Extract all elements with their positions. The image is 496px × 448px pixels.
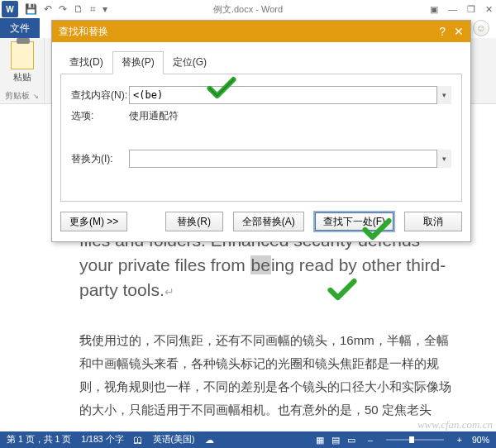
find-replace-dialog: 查找和替换 ? ✕ 查找(D) 替换(P) 定位(G) 查找内容(N): ▾ 选…	[51, 20, 471, 242]
group-launcher-icon[interactable]: ↘	[33, 93, 39, 100]
replace-with-label: 替换为(I):	[71, 152, 129, 166]
restore-icon[interactable]: ❐	[467, 4, 475, 15]
print-layout-icon[interactable]: ▤	[331, 435, 340, 445]
minimize-icon[interactable]: —	[448, 4, 457, 15]
ribbon-options-icon[interactable]: ▣	[430, 4, 438, 15]
new-doc-icon[interactable]: 🗋	[74, 3, 83, 15]
cancel-button[interactable]: 取消	[404, 212, 462, 231]
status-word-count[interactable]: 1/183 个字	[81, 434, 123, 446]
table-icon[interactable]: ⌗	[90, 3, 96, 15]
feedback-smiley-icon[interactable]: ☺	[473, 20, 489, 36]
paste-button[interactable]: 粘贴	[11, 41, 34, 83]
paste-label: 粘贴	[13, 71, 31, 83]
read-mode-icon[interactable]: ▦	[316, 435, 324, 445]
zoom-value[interactable]: 90%	[472, 435, 489, 445]
find-dropdown-icon[interactable]: ▾	[436, 86, 451, 104]
dialog-close-icon[interactable]: ✕	[454, 25, 464, 38]
dialog-titlebar[interactable]: 查找和替换 ? ✕	[52, 21, 470, 42]
file-tab[interactable]: 文件	[0, 18, 40, 38]
status-page[interactable]: 第 1 页，共 1 页	[7, 434, 71, 446]
zoom-out-icon[interactable]: –	[368, 435, 373, 445]
zoom-in-icon[interactable]: +	[457, 435, 462, 445]
clipboard-group: 粘贴 剪贴板 ↘	[0, 38, 45, 103]
app-icon: W	[2, 1, 18, 17]
proofing-icon[interactable]: 🕮	[134, 435, 143, 445]
dialog-tabs: 查找(D) 替换(P) 定位(G)	[60, 50, 462, 74]
zoom-slider[interactable]	[386, 439, 444, 441]
quick-access-toolbar: 💾 ↶ ↷ 🗋 ⌗ ▾	[25, 3, 107, 15]
window-controls: ▣ — ❐ ✕	[430, 4, 493, 15]
replace-button[interactable]: 替换(R)	[165, 212, 223, 231]
options-label: 选项:	[71, 109, 129, 123]
paste-icon	[11, 41, 34, 69]
dialog-title-text: 查找和替换	[59, 25, 108, 39]
options-value: 使用通配符	[129, 109, 179, 123]
tab-find[interactable]: 查找(D)	[60, 51, 112, 74]
dialog-help-icon[interactable]: ?	[439, 25, 446, 38]
clipboard-caption: 剪贴板	[5, 90, 30, 102]
find-what-input[interactable]	[129, 86, 451, 104]
para2: 我使用过的，不同焦距，还有不同画幅的镜头，16mm，半幅，全幅和中画幅镜头来看，…	[79, 329, 456, 422]
replace-tabpage: 查找内容(N): ▾ 选项: 使用通配符 替换为(I): ▾	[60, 74, 462, 202]
ime-icon[interactable]: ☁	[205, 435, 214, 445]
undo-icon[interactable]: ↶	[44, 3, 52, 15]
pilcrow-icon: ↵	[165, 285, 174, 298]
replace-dropdown-icon[interactable]: ▾	[436, 150, 451, 168]
qat-dropdown-icon[interactable]: ▾	[103, 3, 107, 15]
replace-with-input[interactable]	[129, 150, 451, 168]
redo-icon[interactable]: ↷	[59, 3, 67, 15]
title-bar: W 💾 ↶ ↷ 🗋 ⌗ ▾ 例文.docx - Word ▣ — ❐ ✕	[0, 0, 496, 18]
document-title: 例文.docx - Word	[213, 3, 283, 16]
tab-replace[interactable]: 替换(P)	[112, 51, 164, 74]
document-text: files and folders. Enhanced security def…	[79, 228, 456, 422]
view-buttons: ▦ ▤ ▭	[313, 435, 358, 445]
more-button[interactable]: 更多(M) >>	[60, 212, 127, 231]
watermark: www.cfan.com.cn	[417, 418, 493, 431]
replace-all-button[interactable]: 全部替换(A)	[233, 212, 304, 231]
save-icon[interactable]: 💾	[25, 3, 37, 15]
find-what-label: 查找内容(N):	[71, 88, 129, 102]
status-language[interactable]: 英语(美国)	[153, 434, 195, 446]
status-bar: 第 1 页，共 1 页 1/183 个字 🕮 英语(美国) ☁ ▦ ▤ ▭ – …	[0, 431, 496, 448]
web-layout-icon[interactable]: ▭	[347, 435, 355, 445]
close-icon[interactable]: ✕	[485, 4, 493, 15]
search-highlight: be	[250, 255, 271, 274]
tab-goto[interactable]: 定位(G)	[164, 51, 216, 74]
find-next-button[interactable]: 查找下一处(F)	[314, 212, 394, 231]
